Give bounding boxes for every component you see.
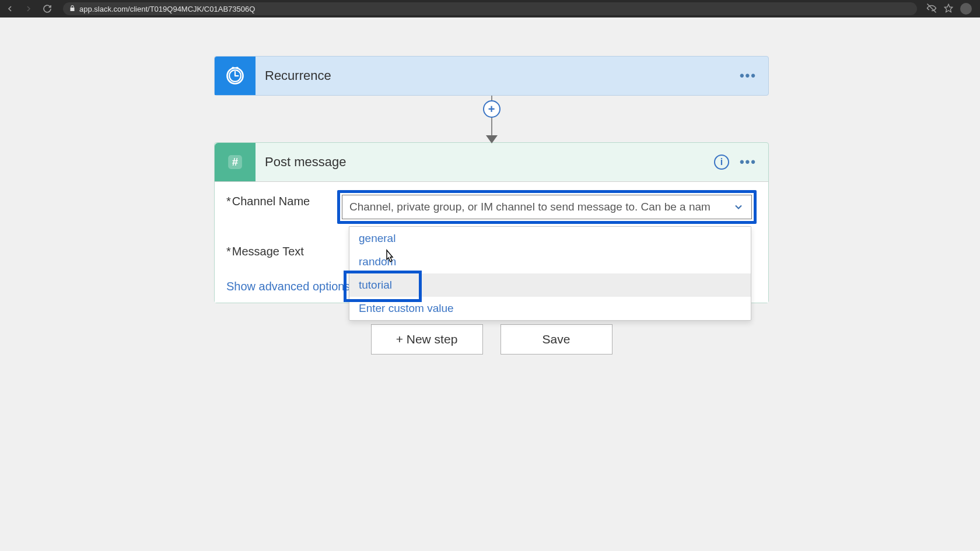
new-step-button[interactable]: + New step	[371, 324, 483, 355]
channel-name-field: Channel, private group, or IM channel to…	[337, 190, 757, 224]
channel-highlight-box: Channel, private group, or IM channel to…	[337, 190, 757, 224]
browser-extra-icons	[926, 3, 977, 15]
post-message-header[interactable]: # Post message i •••	[215, 143, 768, 181]
flow-connector: +	[214, 96, 769, 142]
svg-text:#: #	[232, 156, 239, 168]
recurrence-icon	[215, 57, 256, 95]
flow-buttons-row: + New step Save	[214, 324, 769, 355]
more-icon[interactable]: •••	[740, 68, 757, 83]
recurrence-actions: •••	[740, 68, 768, 83]
save-button[interactable]: Save	[501, 324, 612, 355]
forward-button[interactable]	[22, 2, 35, 15]
channel-label-text: Channel Name	[232, 195, 310, 208]
address-bar[interactable]: app.slack.com/client/T019Q94MCJK/C01AB73…	[63, 2, 917, 15]
post-message-title: Post message	[256, 155, 714, 170]
profile-avatar[interactable]	[960, 3, 972, 15]
incognito-icon[interactable]	[926, 3, 937, 15]
post-message-body: *Channel Name Channel, private group, or…	[215, 181, 768, 303]
message-label-text: Message Text	[232, 245, 304, 258]
chevron-down-icon	[733, 201, 744, 213]
flow-container: Recurrence ••• + # Post message	[214, 56, 769, 355]
advanced-link-text: Show advanced options	[226, 280, 350, 293]
channel-dropdown-placeholder: Channel, private group, or IM channel to…	[349, 201, 733, 213]
add-step-button[interactable]: +	[483, 100, 501, 118]
message-text-label: *Message Text	[226, 240, 337, 258]
recurrence-header: Recurrence •••	[215, 57, 768, 95]
svg-marker-0	[944, 4, 952, 12]
svg-rect-6	[236, 67, 239, 69]
dropdown-item-custom[interactable]: Enter custom value	[349, 297, 751, 320]
post-message-card: # Post message i ••• *Channel Name	[214, 142, 769, 303]
more-icon[interactable]: •••	[740, 155, 757, 170]
star-icon[interactable]	[944, 3, 953, 15]
post-message-icon: #	[215, 143, 256, 181]
message-text-field	[337, 240, 757, 265]
dropdown-item-tutorial[interactable]: tutorial	[349, 273, 751, 297]
back-button[interactable]	[4, 2, 16, 15]
post-message-actions: i •••	[714, 155, 768, 170]
channel-dropdown[interactable]: Channel, private group, or IM channel to…	[342, 195, 752, 219]
info-icon[interactable]: i	[714, 155, 729, 170]
recurrence-title: Recurrence	[256, 68, 740, 83]
channel-name-row: *Channel Name Channel, private group, or…	[215, 182, 768, 232]
browser-toolbar: app.slack.com/client/T019Q94MCJK/C01AB73…	[0, 0, 980, 17]
connector-arrow-icon	[486, 135, 498, 143]
channel-name-label: *Channel Name	[226, 190, 337, 208]
reload-button[interactable]	[41, 2, 54, 15]
recurrence-card[interactable]: Recurrence •••	[214, 56, 769, 96]
url-text: app.slack.com/client/T019Q94MCJK/C01AB73…	[79, 5, 255, 13]
lock-icon	[69, 5, 76, 13]
svg-rect-5	[232, 67, 235, 69]
page-canvas: Recurrence ••• + # Post message	[0, 17, 980, 551]
